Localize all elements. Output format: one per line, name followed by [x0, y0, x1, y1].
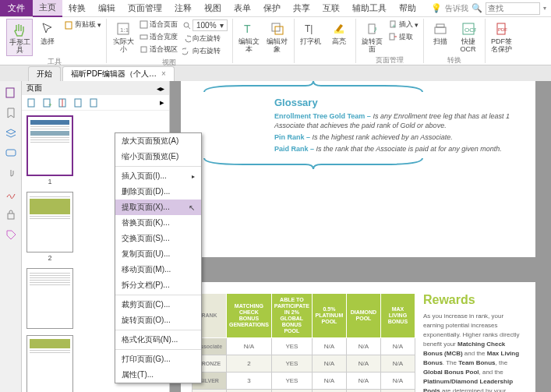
toolbar-icon[interactable]: [73, 97, 84, 108]
ctx-crop-page[interactable]: 裁剪页面(C)...: [115, 297, 201, 313]
menu-connect[interactable]: 互联: [316, 0, 346, 16]
svg-text:+: +: [392, 23, 396, 29]
menu-home[interactable]: 主页: [33, 0, 62, 17]
rewards-table: RANK MATCHING CHECK BONUS GENERATIONS AB…: [192, 293, 415, 392]
ocr-icon: OCR: [460, 20, 477, 37]
layers-icon[interactable]: [4, 126, 18, 140]
ctx-shrink-preview[interactable]: 缩小页面预览(E): [115, 149, 201, 164]
tags-icon[interactable]: [4, 228, 18, 242]
rotate-left-button[interactable]: 向左旋转: [181, 33, 229, 44]
ctx-rotate-page[interactable]: 旋转页面(O)...: [115, 313, 201, 328]
menu-share[interactable]: 共享: [287, 0, 316, 16]
insert-page-button[interactable]: +插入▾: [387, 19, 420, 30]
ctx-format-page-number[interactable]: 格式化页码(N)...: [115, 332, 201, 348]
menu-comment[interactable]: 注释: [168, 0, 198, 16]
signatures-icon[interactable]: [4, 187, 18, 201]
file-menu[interactable]: 文件: [0, 0, 33, 16]
svg-rect-0: [65, 22, 72, 29]
highlight-button[interactable]: 高亮: [326, 19, 352, 47]
toolbar-icon[interactable]: +: [42, 97, 53, 108]
ctx-swap-page[interactable]: 交换页面(S)...: [115, 231, 201, 246]
ctx-replace-page[interactable]: 替换页面(K)...: [115, 215, 201, 231]
pages-panel-icon[interactable]: [4, 86, 18, 100]
menu-view[interactable]: 视图: [198, 0, 228, 16]
fit-page-button[interactable]: 适合页面: [138, 19, 179, 30]
menu-form[interactable]: 表单: [228, 0, 257, 16]
rotate-right-icon: [182, 47, 191, 55]
ctx-duplicate-page[interactable]: 复制页面(U)...: [115, 246, 201, 262]
tab-document[interactable]: 福昕PDF编辑器（个人…×: [62, 66, 175, 81]
table-header: DIAMOND POOL: [346, 294, 380, 338]
page-thumbnail-4[interactable]: [26, 335, 73, 392]
menu-help[interactable]: 帮助: [393, 0, 422, 16]
menu-convert[interactable]: 转换: [62, 0, 92, 16]
tell-me-label: 告诉我: [445, 3, 468, 14]
ctx-move-page[interactable]: 移动页面(M)...: [115, 262, 201, 277]
hand-tool-button[interactable]: 手形工具: [6, 19, 33, 56]
real-size-button[interactable]: 1:1 实际大小: [110, 19, 136, 55]
search-input[interactable]: [486, 2, 540, 15]
clipboard-button[interactable]: 剪贴板▾: [62, 19, 103, 30]
page-thumbnail-2[interactable]: 2: [26, 192, 73, 262]
edit-text-button[interactable]: T编辑文本: [236, 19, 263, 55]
close-icon[interactable]: ×: [161, 69, 166, 78]
svg-rect-25: [8, 214, 14, 219]
chevron-down-icon[interactable]: ▾: [543, 5, 546, 12]
scan-button[interactable]: 扫描: [427, 19, 454, 47]
rotate-page-button[interactable]: 旋转页面: [359, 19, 386, 55]
svg-rect-4: [140, 35, 147, 39]
select-button[interactable]: 选择: [34, 19, 61, 47]
collapse-icon[interactable]: ◂▸: [157, 84, 164, 93]
rotate-right-button[interactable]: 向右旋转: [181, 45, 229, 57]
ctx-extract-page[interactable]: 提取页面(X)...↖: [115, 200, 201, 215]
lightbulb-icon: 💡: [431, 3, 442, 13]
security-icon[interactable]: [4, 207, 18, 221]
ctx-print-page[interactable]: 打印页面(G)...: [115, 351, 201, 367]
glossary-entry: Enrollment Tree Gold Team – Is any Enrol…: [274, 111, 520, 130]
menu-accessibility[interactable]: 辅助工具: [346, 0, 393, 16]
typewriter-button[interactable]: T|打字机: [298, 19, 324, 47]
fit-width-button[interactable]: 适合宽度: [138, 31, 179, 43]
menu-protect[interactable]: 保护: [257, 0, 287, 16]
menu-page-manage[interactable]: 页面管理: [122, 0, 168, 16]
extract-page-button[interactable]: 提取: [387, 31, 420, 43]
svg-rect-18: [436, 24, 444, 27]
table-header: 0.5% PLATINUM POOL: [312, 294, 346, 338]
ctx-delete-page[interactable]: 删除页面(D)...: [115, 184, 201, 200]
magnifier-icon: [182, 21, 191, 30]
ctx-split-doc[interactable]: 拆分文档(P)...: [115, 277, 201, 293]
svg-text:T: T: [244, 23, 251, 35]
thumb-number: 1: [26, 178, 73, 185]
svg-rect-10: [275, 26, 283, 34]
comments-icon[interactable]: [4, 147, 18, 161]
glossary-title: Glossary: [274, 97, 520, 108]
brace-top-icon: [196, 81, 430, 94]
edit-object-button[interactable]: 编辑对象: [264, 19, 291, 55]
ctx-enlarge-preview[interactable]: 放大页面预览(A): [115, 133, 201, 149]
toolbar-icon[interactable]: [26, 97, 37, 108]
ctx-properties[interactable]: 属性(T)...: [115, 367, 201, 383]
document-page-1: Glossary Enrollment Tree Gold Team – Is …: [181, 81, 535, 257]
attachments-icon[interactable]: [4, 167, 18, 181]
group-convert-label: 转换: [447, 55, 461, 65]
fit-visible-icon: [140, 45, 148, 54]
menu-icon[interactable]: ▸: [160, 97, 164, 108]
sign-button[interactable]: PDFPDF签名保护: [489, 19, 515, 55]
svg-rect-5: [141, 47, 147, 52]
page-thumbnail-1[interactable]: 1: [26, 115, 73, 185]
menu-edit[interactable]: 编辑: [92, 0, 122, 16]
zoom-select[interactable]: 100%▾: [181, 19, 229, 32]
actual-size-icon: 1:1: [115, 20, 132, 37]
bookmarks-icon[interactable]: [4, 106, 18, 120]
table-header: MAX LIVING BONUS: [380, 294, 415, 338]
ocr-button[interactable]: OCR快捷OCR: [455, 19, 482, 55]
edit-text-icon: T: [241, 20, 258, 37]
clipboard-icon: [64, 20, 73, 30]
search-icon[interactable]: 🔍: [472, 3, 482, 13]
fit-area-button[interactable]: 适合视区: [138, 44, 179, 55]
toolbar-icon[interactable]: [89, 97, 100, 108]
ctx-insert-page[interactable]: 插入页面(I)...▸: [115, 168, 201, 184]
toolbar-icon[interactable]: [58, 97, 69, 108]
tab-start[interactable]: 开始: [28, 66, 61, 81]
page-thumbnail-3[interactable]: [26, 268, 73, 329]
